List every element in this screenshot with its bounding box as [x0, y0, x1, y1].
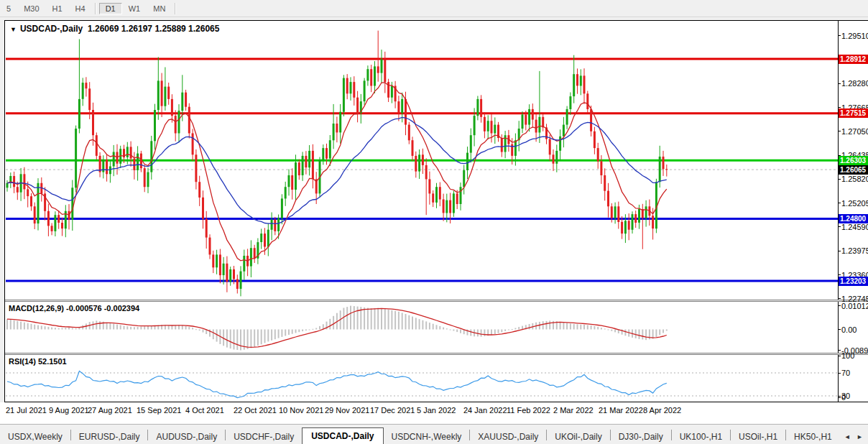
tab-uk100-h1[interactable]: UK100-,H1	[672, 429, 730, 444]
tab-xauusd-daily[interactable]: XAUUSD-,Daily	[470, 429, 546, 444]
chart-frame-bottom	[4, 402, 868, 402]
rsi-tick-label: 70	[841, 369, 850, 377]
chart-frame-left	[4, 20, 5, 402]
current-price-badge: 1.26065	[839, 165, 868, 175]
price-level-badge: 1.24800	[839, 214, 868, 223]
date-axis-label: 27 Aug 2021	[88, 406, 132, 415]
price-tick-dash	[838, 131, 841, 131]
tab-audusd-daily[interactable]: AUDUSD-,Daily	[148, 429, 225, 444]
price-tick-dash	[838, 35, 841, 36]
date-axis-label: 10 Nov 2021	[279, 406, 323, 415]
rsi-tick-dash	[838, 356, 841, 356]
timeframe-button-M30[interactable]: M30	[17, 3, 45, 14]
tab-eurusd-daily[interactable]: EURUSD-,Daily	[71, 429, 148, 444]
collapse-arrow-icon[interactable]: ▼	[10, 26, 17, 33]
macd-tick-dash	[838, 329, 841, 330]
date-axis-label: 21 Mar 2022	[599, 406, 643, 415]
price-tick-label: 1.24590	[841, 223, 868, 231]
date-axis-label: 11 Feb 2022	[507, 406, 550, 415]
price-tick-label: 1.27050	[841, 127, 868, 136]
price-level-badge: 1.28912	[839, 55, 868, 64]
tab-usdchf-daily[interactable]: USDCHF-,Daily	[226, 429, 302, 444]
price-tick-dash	[838, 226, 841, 227]
candle-wicks-down	[14, 31, 667, 294]
date-axis-label: 2 Mar 2022	[553, 406, 594, 415]
chart-symbol-label: USDCAD-,Daily	[20, 24, 83, 34]
price-tick-label: 1.23975	[841, 246, 868, 255]
date-axis-label: 22 Oct 2021	[234, 406, 277, 415]
chart-title: ▼USDCAD-,Daily 1.26069 1.26197 1.25889 1…	[10, 24, 219, 34]
date-axis-label: 15 Sep 2021	[137, 406, 181, 415]
timeframe-button-D1[interactable]: D1	[99, 3, 122, 14]
date-axis-label: 24 Jan 2022	[463, 406, 507, 415]
tab-usdcad-daily[interactable]: USDCAD-,Daily	[302, 427, 383, 444]
candle-wicks-up	[7, 40, 660, 297]
date-axis-label: 29 Nov 2021	[325, 406, 369, 415]
chart-ohlc-values: 1.26069 1.26197 1.25889 1.26065	[88, 24, 220, 34]
rsi-tick-dash	[838, 397, 841, 398]
price-tick-label: 1.25820	[841, 175, 868, 183]
tab-ukoil-daily[interactable]: UKOil-,Daily	[547, 429, 609, 444]
tab-usdx-weekly[interactable]: USDX,Weekly	[0, 429, 70, 444]
tab-usdcnh-weekly[interactable]: USDCNH-,Weekly	[384, 429, 470, 444]
date-axis-label: 17 Dec 2021	[370, 406, 415, 415]
price-tick-dash	[838, 179, 841, 180]
timeframe-button-MN[interactable]: MN	[147, 3, 172, 14]
price-level-badge: 1.27515	[839, 108, 868, 118]
price-tick-dash	[838, 107, 841, 108]
candles	[6, 31, 668, 297]
timeframe-button-H4[interactable]: H4	[69, 3, 92, 14]
price-tick-label: 1.25205	[841, 199, 868, 208]
date-axis-label: 21 Jul 2021	[6, 406, 47, 415]
tab-scroll-arrows[interactable]: ◄ ►	[844, 433, 868, 440]
price-level-badge: 1.26303	[839, 156, 868, 165]
tab-usoil-h1[interactable]: USOil-,H1	[731, 429, 785, 444]
macd-tick-dash	[838, 305, 841, 306]
rsi-line	[7, 371, 667, 398]
rsi-label: RSI(14) 52.1501	[9, 357, 67, 366]
rsi-tick-dash	[838, 373, 841, 374]
price-tick-dash	[838, 274, 841, 275]
timeframe-button-5[interactable]: 5	[0, 3, 17, 14]
macd-tick-label: 0.00	[841, 325, 857, 334]
price-axis-separator	[838, 20, 839, 402]
price-tick-dash	[838, 83, 841, 84]
date-axis-label: 8 Apr 2022	[643, 406, 681, 415]
macd-tick-label: 0.010127	[841, 302, 868, 310]
tab-hk50-h1[interactable]: HK50-,H1	[786, 429, 840, 444]
price-tick-dash	[838, 298, 841, 299]
price-tick-label: 1.28280	[841, 79, 868, 88]
rsi-tick-label: 100	[841, 351, 854, 360]
toolbar-separator	[95, 3, 96, 14]
date-axis-label: 4 Oct 2021	[185, 406, 224, 415]
date-axis-label: 9 Aug 2021	[49, 406, 89, 415]
rsi-tick-dash	[838, 396, 841, 397]
symbol-tab-bar: USDX,WeeklyEURUSD-,DailyAUDUSD-,DailyUSD…	[0, 424, 868, 444]
toolbar-separator	[175, 3, 176, 14]
main-price-chart[interactable]	[6, 22, 838, 300]
tab-dj30-daily[interactable]: DJ30-,Daily	[611, 429, 671, 444]
price-tick-dash	[838, 203, 841, 203]
price-level-badge: 1.23203	[839, 277, 868, 286]
timeframe-toolbar: 5M30H1H4D1W1MN	[0, 0, 868, 17]
macd-label: MACD(12,26,9) -0.000576 -0.002394	[9, 304, 139, 313]
price-tick-dash	[838, 251, 841, 251]
rsi-tick-label: 0	[841, 393, 846, 402]
date-axis-label: 5 Jan 2022	[417, 406, 456, 415]
macd-tick-dash	[838, 350, 841, 351]
chart-frame-top	[4, 20, 868, 21]
timeframe-button-H1[interactable]: H1	[46, 3, 69, 14]
timeframe-button-W1[interactable]: W1	[122, 3, 147, 14]
rsi-indicator-chart[interactable]	[6, 355, 838, 402]
price-tick-label: 1.29510	[841, 32, 868, 40]
